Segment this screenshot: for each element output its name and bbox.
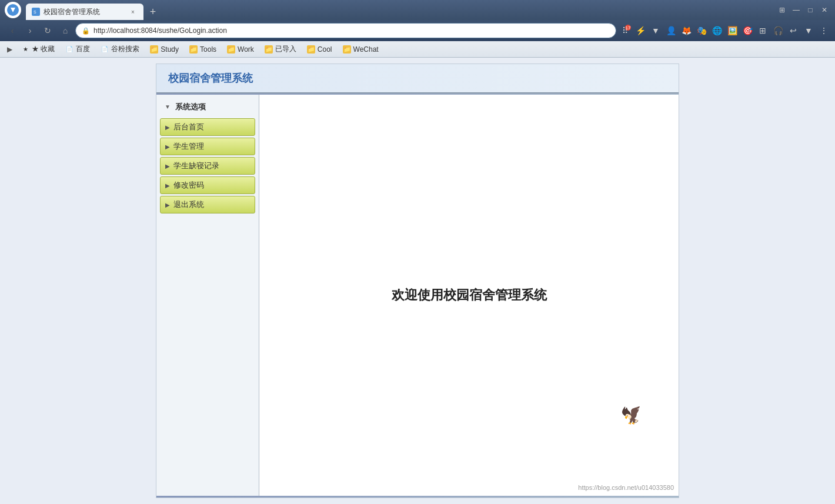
back-button[interactable]: ‹ bbox=[5, 23, 20, 38]
close-button[interactable]: ✕ bbox=[819, 4, 830, 16]
sidebar: ▼ 系统选项 ▶ 后台首页 ▶ 学生管理 ▶ 学生缺寝记录 bbox=[156, 95, 259, 496]
bookmark-tools[interactable]: 📁 Tools bbox=[185, 44, 221, 55]
sidebar-absence-arrow: ▶ bbox=[165, 163, 170, 169]
bookmark-gufensousuo-label: 谷粉搜索 bbox=[111, 44, 139, 54]
window-controls: ⊞ — □ ✕ bbox=[776, 4, 830, 16]
new-tab-button[interactable]: + bbox=[145, 4, 161, 20]
active-tab[interactable]: S 校园宿舍管理系统 × bbox=[26, 4, 143, 20]
wechat-folder-icon: 📁 bbox=[343, 45, 351, 54]
bookmark-wechat-label: WeChat bbox=[353, 45, 379, 54]
avatar-icon-3[interactable]: 🖼️ bbox=[726, 24, 739, 37]
bookmark-work-label: Work bbox=[238, 45, 254, 54]
main-content: 欢迎使用校园宿舍管理系统 🦅 https://blog.csdn.net/u01… bbox=[259, 95, 679, 496]
sidebar-student-arrow: ▶ bbox=[165, 143, 170, 150]
avatar-icon-2[interactable]: 🎭 bbox=[695, 24, 708, 37]
nav-right-icons: ⠿ 17 ⚡ ▼ 👤 🦊 🎭 🌐 🖼️ 🎯 ⊞ 🎧 ↩ ▼ ⋮ bbox=[619, 24, 830, 37]
app-body: ▼ 系统选项 ▶ 后台首页 ▶ 学生管理 ▶ 学生缺寝记录 bbox=[156, 95, 679, 496]
sidebar-item-absence[interactable]: ▶ 学生缺寝记录 bbox=[160, 157, 255, 175]
browser-window: S 校园宿舍管理系统 × + ⊞ — □ ✕ ‹ › ↻ ⌂ 🔒 http://… bbox=[0, 0, 835, 504]
tabs-area: S 校园宿舍管理系统 × + bbox=[26, 0, 776, 20]
address-bar[interactable]: 🔒 http://localhost:8084/sushe/GoLogin.ac… bbox=[75, 23, 616, 38]
headset-icon[interactable]: 🎧 bbox=[771, 24, 784, 37]
bookmarks-bar: ▶ ★ ★ 收藏 📄 百度 📄 谷粉搜索 📁 Study 📁 Tools 📁 W… bbox=[0, 41, 835, 58]
bookmark-study[interactable]: 📁 Study bbox=[145, 44, 183, 55]
avatar-icon-1[interactable]: 🦊 bbox=[680, 24, 693, 37]
bookmark-star-label: ★ 收藏 bbox=[32, 44, 55, 54]
forward-button[interactable]: › bbox=[22, 23, 38, 38]
play-button[interactable]: ▶ bbox=[4, 44, 15, 55]
sidebar-absence-label: 学生缺寝记录 bbox=[173, 161, 219, 171]
bookmark-work[interactable]: 📁 Work bbox=[222, 44, 259, 55]
secure-icon: 🔒 bbox=[82, 27, 90, 35]
sidebar-section-header: ▼ 系统选项 bbox=[160, 98, 255, 116]
bookmark-tools-label: Tools bbox=[200, 45, 216, 54]
nav-icon-1[interactable]: ⚡ bbox=[634, 24, 647, 37]
minimize-button[interactable]: — bbox=[790, 4, 802, 16]
badge: 17 bbox=[625, 25, 631, 31]
title-bar: S 校园宿舍管理系统 × + ⊞ — □ ✕ bbox=[0, 0, 835, 20]
bookmark-yidaoru-label: 已导入 bbox=[275, 44, 296, 54]
bookmark-star[interactable]: ★ ★ 收藏 bbox=[16, 43, 59, 55]
bookmark-study-label: Study bbox=[161, 45, 179, 54]
bookmark-cool-label: Cool bbox=[318, 45, 332, 54]
sidebar-student-label: 学生管理 bbox=[173, 141, 204, 152]
bird-decoration: 🦅 bbox=[619, 402, 646, 428]
url-text: http://localhost:8084/sushe/GoLogin.acti… bbox=[93, 26, 610, 35]
navigation-bar: ‹ › ↻ ⌂ 🔒 http://localhost:8084/sushe/Go… bbox=[0, 20, 835, 41]
app-header: 校园宿舍管理系统 bbox=[156, 64, 679, 94]
sidebar-logout-arrow: ▶ bbox=[165, 202, 170, 208]
chrome-icon[interactable]: 🌐 bbox=[710, 24, 723, 37]
extensions-icon[interactable]: ⠿ 17 bbox=[619, 24, 632, 37]
work-folder-icon: 📁 bbox=[227, 45, 235, 54]
sidebar-home-arrow: ▶ bbox=[165, 124, 170, 131]
yidaoru-folder-icon: 📁 bbox=[265, 45, 273, 54]
sidebar-section-label: 系统选项 bbox=[175, 102, 206, 112]
study-folder-icon: 📁 bbox=[150, 45, 158, 54]
bookmark-baidu-label: 百度 bbox=[76, 44, 90, 54]
bookmark-yidaoru[interactable]: 📁 已导入 bbox=[260, 43, 301, 55]
app-title: 校园宿舍管理系统 bbox=[168, 71, 667, 85]
avatar-icon-4[interactable]: 🎯 bbox=[741, 24, 754, 37]
tools-folder-icon: 📁 bbox=[189, 45, 198, 54]
star-icon: ★ bbox=[21, 45, 29, 54]
undo-icon[interactable]: ↩ bbox=[787, 24, 800, 37]
sidebar-logout-label: 退出系统 bbox=[173, 199, 204, 210]
browser-logo bbox=[5, 2, 21, 18]
gufensousuo-icon: 📄 bbox=[101, 45, 109, 54]
baidu-icon: 📄 bbox=[65, 45, 74, 54]
nav-icon-expand[interactable]: ▼ bbox=[649, 24, 662, 37]
menu-dots-icon[interactable]: ⋮ bbox=[817, 24, 830, 37]
grid-icon[interactable]: ⊞ bbox=[756, 24, 769, 37]
sidebar-section-arrow: ▼ bbox=[165, 104, 172, 111]
bookmark-gufensousuo[interactable]: 📄 谷粉搜索 bbox=[96, 43, 144, 55]
sidebar-password-label: 修改密码 bbox=[173, 180, 204, 191]
sidebar-item-logout[interactable]: ▶ 退出系统 bbox=[160, 196, 255, 213]
footer-separator bbox=[156, 496, 679, 498]
sidebar-home-label: 后台首页 bbox=[173, 122, 204, 132]
cool-folder-icon: 📁 bbox=[307, 45, 315, 54]
sidebar-item-password[interactable]: ▶ 修改密码 bbox=[160, 176, 255, 194]
refresh-button[interactable]: ↻ bbox=[40, 23, 55, 38]
home-button[interactable]: ⌂ bbox=[58, 23, 73, 38]
welcome-message: 欢迎使用校园宿舍管理系统 bbox=[392, 286, 547, 304]
page-content: 校园宿舍管理系统 ▼ 系统选项 ▶ 后台首页 ▶ bbox=[0, 58, 835, 504]
sidebar-password-arrow: ▶ bbox=[165, 182, 170, 189]
tab-close-button[interactable]: × bbox=[128, 7, 138, 16]
tab-favicon: S bbox=[32, 8, 40, 16]
sidebar-item-student[interactable]: ▶ 学生管理 bbox=[160, 138, 255, 155]
page-wrapper: 校园宿舍管理系统 ▼ 系统选项 ▶ 后台首页 ▶ bbox=[156, 64, 679, 498]
bookmark-wechat[interactable]: 📁 WeChat bbox=[338, 44, 383, 55]
maximize-button[interactable]: □ bbox=[804, 4, 816, 16]
menu-expand-icon[interactable]: ▼ bbox=[802, 24, 815, 37]
tab-title: 校园宿舍管理系统 bbox=[44, 7, 128, 17]
bookmark-cool[interactable]: 📁 Cool bbox=[302, 44, 337, 55]
profile-icon[interactable]: 👤 bbox=[664, 24, 677, 37]
window-icon-button[interactable]: ⊞ bbox=[776, 4, 788, 16]
svg-text:S: S bbox=[34, 10, 36, 14]
sidebar-item-home[interactable]: ▶ 后台首页 bbox=[160, 118, 255, 136]
status-url-hint: https://blog.csdn.net/u014033580 bbox=[578, 484, 674, 491]
bookmark-baidu[interactable]: 📄 百度 bbox=[61, 43, 95, 55]
